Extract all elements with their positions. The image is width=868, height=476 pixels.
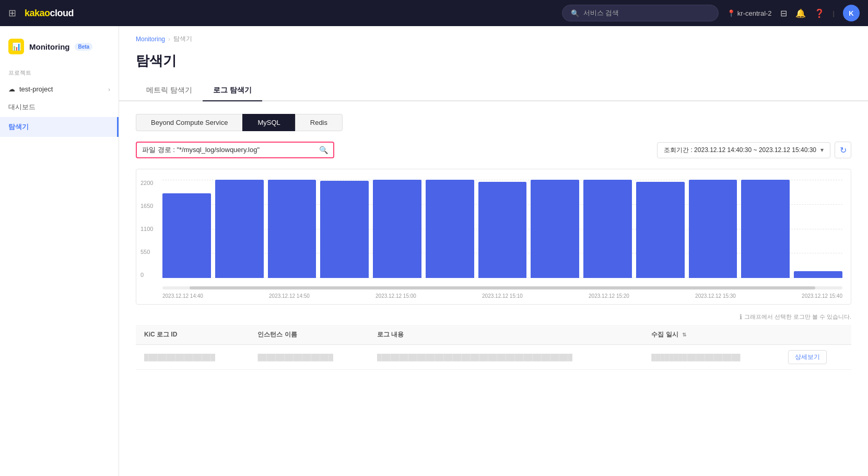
log-table: KiC 로그 ID 인스턴스 이름 로그 내용 수집 일시 ⇅ ████████… [136,325,851,370]
main-tab-bar: 메트릭 탐색기 로그 탐색기 [119,80,868,101]
chart-x-label-2: 2023.12.12 15:00 [376,293,416,299]
log-search-box[interactable]: 🔍 [136,142,334,158]
col-content: 로그 내용 [369,325,643,345]
date-controls: 조회기간 : 2023.12.12 14:40:30 ~ 2023.12.12 … [657,142,851,158]
chart-y-label-2: 1100 [140,226,153,232]
chart-bar[interactable] [741,180,790,278]
info-icon: ℹ [740,313,742,321]
table-row: ████████████████ █████████████████ █████… [136,345,851,370]
service-icon: 📊 [8,39,24,54]
grid-icon[interactable]: ⊞ [8,7,16,19]
breadcrumb-current: 탐색기 [173,34,192,43]
cell-date: ████████████████████ [643,345,779,370]
date-range-label: 조회기간 : 2023.12.12 14:40:30 ~ 2023.12.12 … [664,146,816,155]
chart-x-label-4: 2023.12.12 15:20 [589,293,629,299]
main-layout: 📊 Monitoring Beta 프로젝트 ☁ test-project › … [0,26,868,476]
region-selector[interactable]: 📍 kr-central-2 [727,9,772,17]
service-tab-mysql[interactable]: MySQL [242,114,295,131]
sidebar-service-header: 📊 Monitoring Beta [0,34,119,59]
chart-bar[interactable] [531,180,579,278]
log-chart: 2200 1650 1100 550 0 2023.12.12 14:40202… [136,169,851,305]
breadcrumb-parent[interactable]: Monitoring [136,36,165,43]
chart-bar[interactable] [162,193,211,278]
help-icon[interactable]: ❓ [814,8,825,18]
service-tab-beyond-compute[interactable]: Beyond Compute Service [136,114,242,131]
location-icon: 📍 [727,9,735,17]
cloud-icon: ☁ [8,85,15,93]
chart-scrollbar-thumb[interactable] [190,286,815,289]
breadcrumb: Monitoring › 탐색기 [119,26,868,48]
cell-log-id: ████████████████ [136,345,249,370]
cell-content: ████████████████████████████████████████… [369,345,643,370]
chart-y-label-4: 0 [140,272,153,278]
cell-action[interactable]: 상세보기 [780,345,851,370]
service-title: Monitoring [29,42,69,51]
chevron-right-icon: › [108,86,110,92]
sidebar-project[interactable]: ☁ test-project › [0,81,119,97]
chart-bar[interactable] [689,180,737,278]
top-navigation: ⊞ kakaocloud 🔍 서비스 검색 📍 kr-central-2 ⊟ 🔔… [0,0,868,26]
service-tab-bar: Beyond Compute Service MySQL Redis [136,114,851,131]
col-log-id: KiC 로그 ID [136,325,249,345]
user-avatar[interactable]: K [843,5,860,21]
cell-instance: █████████████████ [249,345,368,370]
col-action [780,325,851,345]
chart-y-label-3: 550 [140,249,153,255]
date-range-selector[interactable]: 조회기간 : 2023.12.12 14:40:30 ~ 2023.12.12 … [657,142,830,158]
sort-icon[interactable]: ⇅ [682,332,686,338]
breadcrumb-separator: › [168,36,170,43]
sidebar-section-label: 프로젝트 [0,67,119,81]
table-hint: ℹ 그래프에서 선택한 로그만 볼 수 있습니다. [136,313,851,321]
service-tab-redis[interactable]: Redis [295,114,343,131]
search-icon: 🔍 [571,9,579,17]
chart-x-label-3: 2023.12.12 15:10 [482,293,523,299]
chart-bar[interactable] [794,271,842,278]
tab-metric-explorer[interactable]: 메트릭 탐색기 [136,80,203,101]
logo: kakaocloud [25,8,74,19]
chart-x-label-6: 2023.12.12 15:40 [802,293,842,299]
chart-bar[interactable] [268,180,316,278]
chart-bar[interactable] [215,180,264,278]
chart-y-label-0: 2200 [140,180,153,186]
refresh-button[interactable]: ↻ [835,142,851,158]
chart-bar[interactable] [426,180,474,278]
filter-row: 🔍 조회기간 : 2023.12.12 14:40:30 ~ 2023.12.1… [136,142,851,158]
chart-scrollbar[interactable] [162,286,842,289]
beta-badge: Beta [75,43,92,51]
chart-x-label-1: 2023.12.12 14:50 [269,293,310,299]
global-search[interactable]: 🔍 서비스 검색 [562,5,719,21]
main-content: Monitoring › 탐색기 탐색기 메트릭 탐색기 로그 탐색기 Beyo… [119,26,868,476]
chart-bar[interactable] [320,181,369,278]
table-hint-text: 그래프에서 선택한 로그만 볼 수 있습니다. [744,313,851,321]
sidebar-item-dashboard[interactable]: 대시보드 [0,97,119,117]
sidebar-item-explorer[interactable]: 탐색기 [0,117,119,137]
table-body: ████████████████ █████████████████ █████… [136,345,851,370]
col-date: 수집 일시 ⇅ [643,325,779,345]
chart-x-label-0: 2023.12.12 14:40 [162,293,203,299]
chart-bar[interactable] [478,182,527,278]
detail-button[interactable]: 상세보기 [788,350,827,364]
chart-bar[interactable] [373,180,421,278]
chart-y-labels: 2200 1650 1100 550 0 [140,180,153,278]
layout-icon[interactable]: ⊟ [780,8,787,18]
project-name: test-project [19,85,53,93]
chart-x-label-5: 2023.12.12 15:30 [695,293,736,299]
chart-bar[interactable] [636,182,685,278]
chart-x-labels: 2023.12.12 14:402023.12.12 14:502023.12.… [162,293,842,299]
content-area: Beyond Compute Service MySQL Redis 🔍 조회기… [119,114,868,370]
nav-right: 📍 kr-central-2 ⊟ 🔔 ❓ | K [727,5,860,21]
sidebar: 📊 Monitoring Beta 프로젝트 ☁ test-project › … [0,26,119,476]
log-search-input[interactable] [142,146,315,154]
search-box-icon[interactable]: 🔍 [319,146,328,154]
col-instance: 인스턴스 이름 [249,325,368,345]
page-title: 탐색기 [119,48,868,80]
chart-bars [162,180,842,278]
chart-y-label-1: 1650 [140,203,153,209]
notification-icon[interactable]: 🔔 [795,8,806,18]
chevron-down-icon: ▾ [820,146,824,154]
tab-log-explorer[interactable]: 로그 탐색기 [203,80,262,101]
chart-bar[interactable] [583,180,632,278]
table-header: KiC 로그 ID 인스턴스 이름 로그 내용 수집 일시 ⇅ [136,325,851,345]
